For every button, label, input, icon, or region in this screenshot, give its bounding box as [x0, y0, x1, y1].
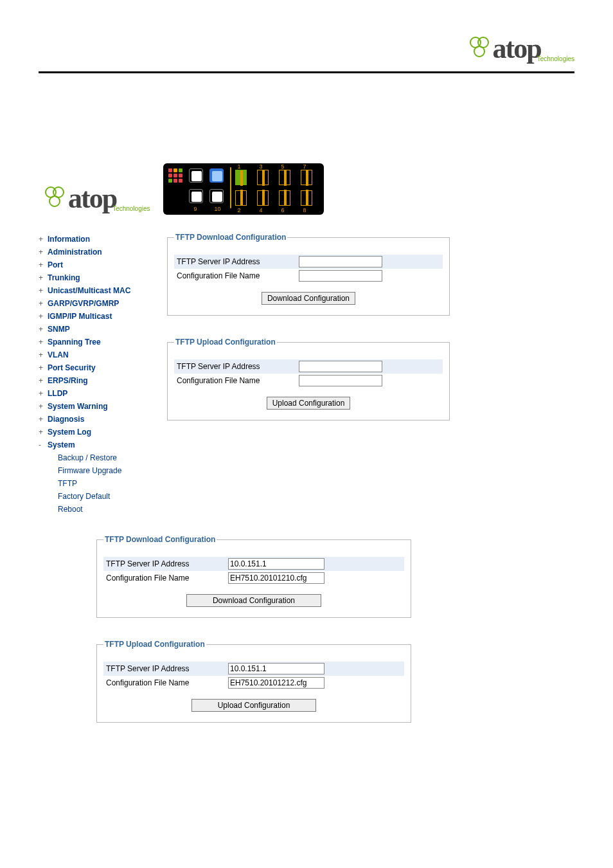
tftp-upload-legend: TFTP Upload Configuration: [174, 338, 277, 347]
sidebar-item-portsec[interactable]: +Port Security: [39, 361, 167, 374]
sidebar-item-administration[interactable]: +Administration: [39, 246, 167, 258]
sidebar-item-snmp[interactable]: +SNMP: [39, 323, 167, 336]
tftp-upload-panel-filled: TFTP Upload Configuration TFTP Server IP…: [96, 640, 411, 723]
sidebar-item-information[interactable]: +Information: [39, 233, 167, 246]
ul2-file-input[interactable]: [228, 677, 324, 689]
brand-logo-side: atop Technologies: [45, 182, 150, 215]
ul-ip-input[interactable]: [299, 361, 382, 372]
dl2-file-input[interactable]: [228, 572, 324, 584]
download-config-button[interactable]: Download Configuration: [262, 292, 355, 305]
sidebar-item-trunking[interactable]: +Trunking: [39, 271, 167, 284]
ul-file-input[interactable]: [299, 375, 382, 386]
ul2-file-label: Configuration File Name: [103, 676, 226, 690]
tftp-download-panel: TFTP Download Configuration TFTP Server …: [167, 233, 450, 316]
dl-ip-input[interactable]: [299, 256, 382, 267]
sidebar-sub-tftp[interactable]: TFTP: [39, 477, 167, 490]
tftp-upload-panel: TFTP Upload Configuration TFTP Server IP…: [167, 338, 450, 420]
ul-file-label: Configuration File Name: [174, 374, 296, 388]
dl-file-label: Configuration File Name: [174, 269, 296, 283]
brand-sub: Technologies: [537, 55, 574, 62]
sidebar-sub-reboot[interactable]: Reboot: [39, 503, 167, 516]
device-illustration: 9 10 1 3 5 7 2 4 6 8: [163, 163, 324, 215]
tftp-download-legend-2: TFTP Download Configuration: [103, 535, 217, 544]
tftp-upload-legend-2: TFTP Upload Configuration: [103, 640, 206, 649]
tftp-download-panel-filled: TFTP Download Configuration TFTP Server …: [96, 535, 411, 618]
brand-logo-top: atop Technologies: [470, 32, 575, 65]
sidebar-item-igmp[interactable]: +IGMP/IP Multicast: [39, 310, 167, 323]
sidebar-item-system[interactable]: -System: [39, 439, 167, 451]
sidebar-nav: +Information +Administration +Port +Trun…: [39, 233, 167, 516]
sidebar-item-diagnosis[interactable]: +Diagnosis: [39, 413, 167, 426]
tftp-download-legend: TFTP Download Configuration: [174, 233, 287, 242]
sidebar-item-syswarn[interactable]: +System Warning: [39, 400, 167, 413]
dl-file-input[interactable]: [299, 270, 382, 282]
sidebar-item-garp[interactable]: +GARP/GVRP/GMRP: [39, 297, 167, 310]
sidebar-item-mac[interactable]: +Unicast/Multicast MAC: [39, 284, 167, 297]
dl-ip-label: TFTP Server IP Address: [174, 255, 296, 269]
dl2-ip-input[interactable]: [228, 558, 324, 570]
dl2-ip-label: TFTP Server IP Address: [103, 557, 226, 571]
sidebar-sub-firmware[interactable]: Firmware Upgrade: [39, 464, 167, 477]
sidebar-sub-factory[interactable]: Factory Default: [39, 490, 167, 503]
sidebar-item-vlan[interactable]: +VLAN: [39, 348, 167, 361]
sidebar-item-port[interactable]: +Port: [39, 258, 167, 271]
sidebar-sub-backup[interactable]: Backup / Restore: [39, 451, 167, 464]
upload-config-button[interactable]: Upload Configuration: [267, 397, 351, 410]
ul2-ip-label: TFTP Server IP Address: [103, 662, 226, 676]
sidebar-item-syslog[interactable]: +System Log: [39, 426, 167, 439]
sidebar-item-lldp[interactable]: +LLDP: [39, 387, 167, 400]
brand-name: atop: [493, 32, 541, 65]
upload-config-button-2[interactable]: Upload Configuration: [191, 699, 317, 712]
ul-ip-label: TFTP Server IP Address: [174, 359, 296, 374]
sidebar-item-erps[interactable]: +ERPS/Ring: [39, 374, 167, 387]
download-config-button-2[interactable]: Download Configuration: [186, 594, 321, 607]
dl2-file-label: Configuration File Name: [103, 571, 226, 585]
ul2-ip-input[interactable]: [228, 663, 324, 674]
header-divider: [39, 71, 574, 73]
sidebar-item-stp[interactable]: +Spanning Tree: [39, 336, 167, 348]
